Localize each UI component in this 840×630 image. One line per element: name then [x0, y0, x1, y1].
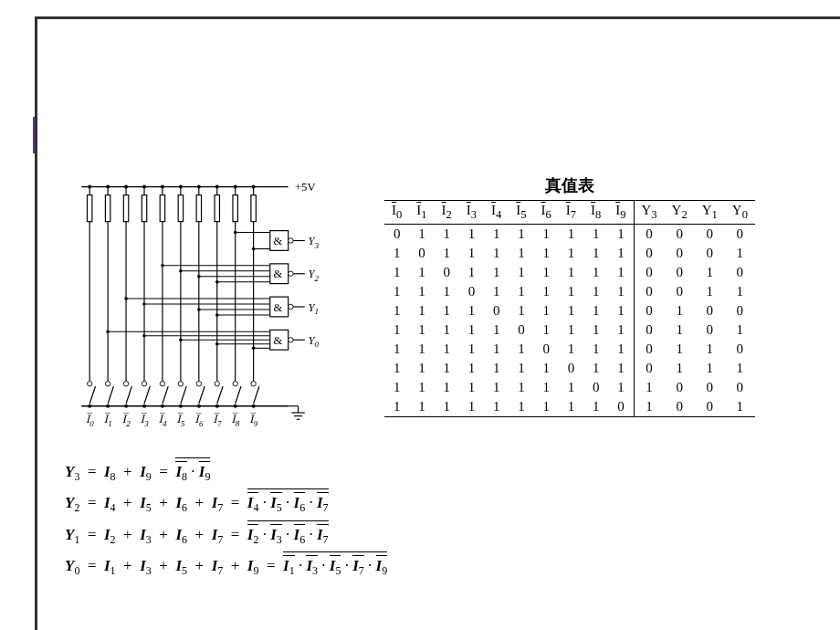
- svg-text:&: &: [273, 235, 282, 247]
- svg-line-108: [144, 386, 150, 404]
- svg-line-116: [181, 386, 186, 404]
- svg-point-79: [215, 313, 219, 317]
- svg-point-66: [215, 280, 219, 284]
- truth-table-section: 真值表 I0I1I2I3I4I5I6I7I8I9Y3Y2Y1Y0 0111111…: [384, 174, 755, 417]
- svg-point-75: [142, 302, 146, 306]
- svg-point-123: [215, 382, 219, 386]
- svg-text:&: &: [273, 301, 282, 314]
- svg-rect-19: [142, 195, 146, 222]
- svg-point-115: [178, 382, 183, 386]
- svg-text:I̅8: I̅8: [231, 413, 240, 428]
- svg-point-51: [234, 231, 237, 235]
- svg-point-77: [197, 308, 201, 311]
- svg-text:I̅9: I̅9: [249, 413, 258, 428]
- svg-point-127: [233, 382, 237, 386]
- svg-line-132: [254, 386, 259, 404]
- svg-point-60: [161, 264, 164, 268]
- circuit-diagram: +5V &Y3&Y2&Y1&Y0 I̅0I̅1I̅2I̅3I̅4I̅5I̅6I̅…: [65, 174, 330, 447]
- svg-point-111: [160, 382, 164, 386]
- svg-point-82: [289, 338, 293, 342]
- boolean-equations: Y3 = I8 + I9 = I8 · I9Y2 = I4 + I5 + I6 …: [65, 457, 822, 583]
- svg-text:Y3: Y3: [308, 235, 319, 250]
- svg-text:I̅4: I̅4: [158, 413, 167, 428]
- svg-point-119: [196, 382, 201, 386]
- svg-point-73: [124, 297, 128, 300]
- svg-text:I̅6: I̅6: [194, 413, 204, 428]
- svg-point-107: [142, 382, 146, 386]
- svg-point-103: [123, 382, 128, 386]
- svg-rect-27: [178, 195, 183, 222]
- svg-line-112: [163, 386, 168, 404]
- svg-rect-7: [87, 195, 91, 222]
- svg-text:I̅1: I̅1: [104, 413, 112, 428]
- svg-text:&: &: [273, 334, 282, 347]
- svg-point-94: [252, 347, 256, 351]
- svg-text:Y0: Y0: [308, 334, 319, 350]
- svg-rect-15: [123, 195, 128, 222]
- svg-rect-35: [215, 195, 219, 222]
- content-border: +5V &Y3&Y2&Y1&Y0 I̅0I̅1I̅2I̅3I̅4I̅5I̅6I̅…: [35, 16, 840, 630]
- svg-point-90: [179, 338, 183, 341]
- svg-rect-11: [105, 195, 110, 222]
- svg-line-96: [89, 386, 95, 404]
- svg-point-69: [289, 304, 293, 309]
- svg-line-104: [126, 386, 131, 404]
- svg-text:&: &: [273, 268, 282, 280]
- svg-text:Y1: Y1: [308, 301, 319, 317]
- svg-rect-39: [233, 195, 237, 222]
- svg-point-131: [251, 382, 256, 386]
- svg-line-128: [236, 386, 241, 404]
- svg-line-100: [108, 386, 113, 404]
- truth-table-title: 真值表: [384, 174, 755, 196]
- truth-table: I0I1I2I3I4I5I6I7I8I9Y3Y2Y1Y0 01111111110…: [384, 200, 755, 417]
- svg-point-62: [179, 269, 183, 273]
- svg-text:I̅7: I̅7: [213, 413, 222, 428]
- svg-point-86: [106, 330, 110, 333]
- svg-point-47: [289, 238, 293, 243]
- svg-text:I̅5: I̅5: [176, 413, 185, 428]
- svg-point-64: [197, 275, 201, 278]
- svg-text:I̅0: I̅0: [86, 413, 95, 428]
- svg-text:I̅2: I̅2: [122, 413, 131, 428]
- svg-rect-23: [160, 195, 164, 222]
- svg-point-99: [105, 382, 110, 386]
- svg-line-124: [217, 386, 223, 404]
- svg-point-53: [252, 247, 256, 251]
- svg-rect-31: [196, 195, 201, 222]
- svg-text:Y2: Y2: [308, 268, 319, 283]
- svg-point-56: [289, 271, 293, 276]
- svg-point-88: [142, 334, 146, 338]
- svg-text:+5V: +5V: [295, 181, 316, 194]
- svg-rect-43: [251, 195, 256, 222]
- svg-point-92: [215, 342, 219, 346]
- svg-line-120: [199, 386, 205, 404]
- svg-text:I̅3: I̅3: [140, 413, 149, 428]
- svg-point-95: [87, 382, 91, 386]
